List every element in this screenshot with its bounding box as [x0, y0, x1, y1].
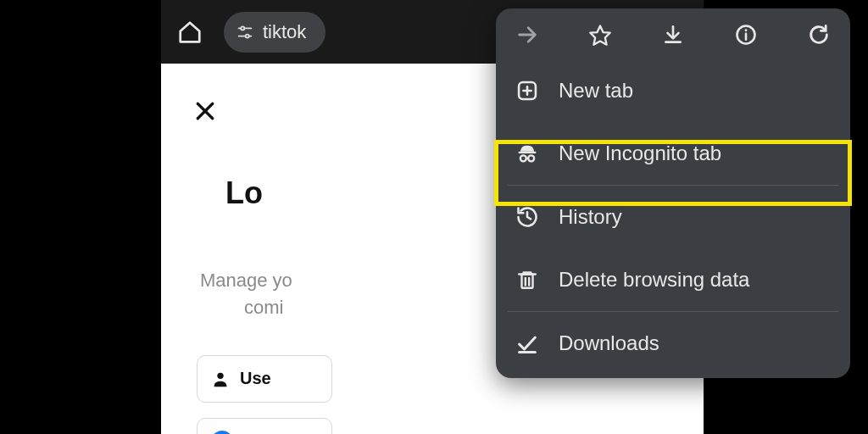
info-icon — [734, 23, 758, 47]
home-button[interactable] — [170, 12, 210, 53]
phone-frame: tiktok Lo Manage yo comi Use — [161, 0, 704, 434]
reload-icon — [807, 23, 831, 47]
svg-point-1 — [241, 26, 244, 30]
info-button[interactable] — [733, 22, 759, 47]
login-option-facebook[interactable] — [197, 418, 332, 434]
svg-rect-21 — [522, 275, 533, 288]
trash-icon — [516, 268, 538, 292]
history-icon — [515, 205, 539, 229]
svg-point-3 — [246, 34, 249, 37]
svg-rect-17 — [519, 152, 537, 153]
facebook-icon — [211, 431, 233, 434]
menu-toolbar — [496, 8, 850, 59]
checkmark-icon — [515, 331, 539, 355]
star-icon — [588, 23, 612, 47]
login-option-user[interactable]: Use — [197, 355, 332, 403]
close-button[interactable] — [188, 94, 222, 128]
incognito-icon — [515, 142, 539, 165]
svg-point-13 — [745, 29, 748, 31]
svg-point-19 — [528, 155, 534, 161]
home-icon — [177, 19, 203, 45]
download-icon — [662, 24, 684, 46]
forward-button[interactable] — [515, 22, 540, 47]
menu-item-incognito[interactable]: New Incognito tab — [496, 122, 850, 185]
download-button[interactable] — [660, 22, 686, 47]
menu-item-label: Delete browsing data — [559, 268, 749, 292]
overflow-menu: New tab New Incognito tab — [496, 8, 850, 378]
menu-item-delete-data[interactable]: Delete browsing data — [496, 248, 850, 311]
svg-point-18 — [520, 155, 526, 161]
svg-point-6 — [217, 372, 223, 378]
svg-marker-8 — [590, 26, 609, 45]
menu-item-label: New tab — [559, 79, 633, 103]
plus-square-icon — [515, 79, 539, 103]
arrow-right-icon — [515, 23, 539, 47]
menu-item-new-tab[interactable]: New tab — [496, 59, 850, 122]
site-settings-icon — [236, 23, 254, 42]
url-text: tiktok — [263, 21, 306, 43]
url-bar[interactable]: tiktok — [224, 12, 326, 53]
menu-item-downloads[interactable]: Downloads — [496, 312, 850, 375]
person-icon — [211, 370, 230, 388]
reload-button[interactable] — [806, 22, 832, 47]
login-option-label: Use — [240, 369, 271, 388]
menu-item-label: Downloads — [559, 331, 659, 355]
menu-item-history[interactable]: History — [496, 186, 850, 248]
close-icon — [192, 98, 218, 124]
bookmark-button[interactable] — [587, 22, 613, 47]
menu-item-label: New Incognito tab — [559, 142, 721, 165]
menu-item-label: History — [559, 205, 622, 229]
